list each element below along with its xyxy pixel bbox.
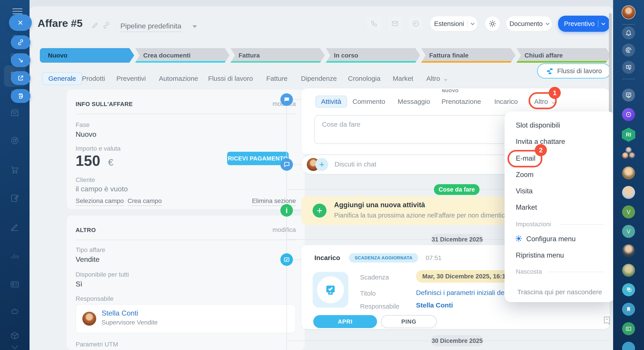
- quote-button[interactable]: Preventivo: [558, 16, 610, 32]
- tab-flussi-di-lavoro[interactable]: Flussi di lavoro: [208, 75, 253, 82]
- tab-generale[interactable]: Generale: [42, 72, 82, 85]
- edit-title-icon[interactable]: [91, 22, 99, 29]
- select-field-link[interactable]: Seleziona campo: [76, 198, 124, 206]
- group-chat-avatar[interactable]: [622, 147, 636, 161]
- tab-automazione[interactable]: Automazione: [159, 75, 198, 82]
- open-new-window-pill-icon[interactable]: [11, 71, 30, 85]
- composer-tab-prenotazione[interactable]: Prenotazione: [442, 98, 481, 106]
- v-badge-green[interactable]: V: [622, 206, 635, 218]
- task-resp-value[interactable]: Stella Conti: [416, 302, 453, 309]
- task-check-icon: [280, 253, 293, 266]
- ri-badge[interactable]: RI: [622, 128, 635, 142]
- banner-subtitle: Pianifica la tua prossima azione nell'af…: [334, 212, 534, 219]
- altro-panel: ALTRO modifica Tipo affare Vendite Dispo…: [67, 216, 305, 350]
- edit-link[interactable]: modifica: [272, 226, 296, 234]
- notifications-bell-icon[interactable]: [622, 26, 635, 40]
- card-icon[interactable]: [622, 322, 635, 335]
- v-badge-teal[interactable]: V: [622, 225, 635, 238]
- scadenza-value: Mar, 30 Dicembre 2025, 16:15: [422, 273, 509, 280]
- chevron-more-icon[interactable]: [10, 345, 20, 350]
- sign-icon[interactable]: [10, 222, 20, 232]
- store-icon[interactable]: [10, 108, 20, 118]
- divider: [622, 24, 635, 24]
- banner-title: Aggiungi una nuova attività: [334, 201, 425, 209]
- todo-placeholder: Cose da fare: [322, 120, 360, 128]
- menu-item-visita[interactable]: Visita: [516, 187, 532, 195]
- copilot-purple-icon[interactable]: [622, 108, 635, 121]
- tab-prodotti[interactable]: Prodotti: [82, 75, 105, 82]
- automation-robot-icon[interactable]: [10, 306, 20, 316]
- menu-item-configura-menu[interactable]: Configura menu: [526, 235, 576, 243]
- analytics-icon[interactable]: [10, 251, 20, 260]
- tab-market[interactable]: Market: [393, 75, 413, 82]
- composer-tab-incarico[interactable]: Incarico: [494, 98, 518, 106]
- responsabile-name[interactable]: Stella Conti: [102, 309, 138, 317]
- composer-tab-commento[interactable]: Commento: [352, 98, 385, 106]
- user-avatar[interactable]: [622, 166, 635, 180]
- phone-icon[interactable]: [367, 16, 381, 31]
- stage-nuovo[interactable]: Nuovo: [40, 48, 134, 63]
- menu-item-zoom[interactable]: Zoom: [516, 171, 534, 179]
- documents-icon[interactable]: [10, 193, 20, 203]
- composer-tab-attivita[interactable]: Attività: [315, 96, 347, 108]
- composer-tab-messaggio[interactable]: Messaggio: [398, 98, 430, 106]
- close-button[interactable]: ×: [9, 14, 32, 31]
- responsabile-card[interactable]: Stella Conti Supervisore Vendite: [76, 304, 296, 333]
- tab-fatture[interactable]: Fatture: [266, 75, 288, 82]
- add-activity-icon[interactable]: +: [312, 204, 326, 218]
- cart-icon[interactable]: [10, 165, 20, 174]
- open-button[interactable]: APRI: [313, 315, 377, 328]
- tasks-icon[interactable]: [622, 88, 635, 102]
- pipeline-selector[interactable]: Pipeline predefinita: [120, 22, 181, 32]
- tab-cronologia[interactable]: Cronologia: [348, 75, 380, 82]
- email-icon[interactable]: [388, 16, 402, 31]
- company-card-icon[interactable]: [10, 279, 20, 289]
- stage-in-corso[interactable]: In corso: [326, 48, 420, 63]
- panel-title: ALTRO: [76, 227, 96, 234]
- menu-item-market[interactable]: Market: [516, 204, 537, 212]
- user-avatar[interactable]: [622, 264, 635, 277]
- divider: [548, 272, 604, 272]
- stage-underline: [516, 61, 611, 63]
- hamburger-menu-icon[interactable]: [12, 8, 22, 14]
- composer-bubble-icon: [280, 93, 293, 106]
- receive-payment-button[interactable]: RICEVI PAGAMENTO: [227, 152, 289, 165]
- user-avatar[interactable]: [622, 186, 635, 199]
- ping-button[interactable]: PING: [381, 315, 437, 328]
- tab-dipendenze[interactable]: Dipendenze: [301, 75, 337, 82]
- crm-deal-page: Affare #5 Pipeline predefinita Estension…: [0, 0, 644, 350]
- menu-item-slot-disponibili[interactable]: Slot disponibili: [516, 121, 560, 129]
- bookmark-icon[interactable]: [622, 303, 635, 316]
- crm-target-icon[interactable]: [10, 136, 20, 146]
- add-participant-icon[interactable]: +: [315, 158, 328, 171]
- print-pill-icon[interactable]: [11, 89, 30, 103]
- todo-section-pill: Cose da fare: [434, 184, 480, 195]
- stage-chiudi-affare[interactable]: Chiudi affare: [516, 48, 611, 63]
- user-avatar[interactable]: [622, 5, 636, 19]
- copilot-icon[interactable]: [622, 44, 635, 56]
- workflows-button[interactable]: Flussi di lavoro: [537, 63, 611, 78]
- menu-hidden-label: Nascosta: [516, 268, 542, 275]
- create-field-link[interactable]: Crea campo: [128, 198, 162, 206]
- chat-channel-icon[interactable]: [622, 283, 635, 296]
- messenger-icon[interactable]: [622, 61, 635, 74]
- feedback-icon[interactable]: [408, 16, 423, 31]
- menu-item-ripristina-menu[interactable]: Ripristina menu: [516, 251, 564, 259]
- extensions-button[interactable]: Estensioni: [430, 16, 478, 31]
- menu-drag-hint: Trascina qui per nascondere: [504, 288, 615, 296]
- tab-preventivi[interactable]: Preventivi: [116, 75, 146, 82]
- market-box-icon[interactable]: [10, 331, 20, 340]
- copy-link-icon[interactable]: [102, 22, 110, 29]
- more-item-icon[interactable]: [622, 342, 635, 350]
- settings-gear-button[interactable]: [485, 16, 500, 31]
- document-button[interactable]: Documento: [506, 16, 552, 31]
- stage-crea-documenti[interactable]: Crea documenti: [135, 48, 230, 63]
- right-sidebar: RI V V: [613, 0, 644, 350]
- user-avatar[interactable]: [622, 244, 635, 257]
- note-icon[interactable]: [603, 316, 611, 325]
- copy-link-pill-icon[interactable]: [11, 35, 30, 49]
- collapse-pill-icon[interactable]: [11, 53, 30, 67]
- tab-altro[interactable]: Altro: [426, 75, 446, 82]
- stage-fattura-finale[interactable]: Fattura finale: [421, 48, 516, 63]
- stage-fattura[interactable]: Fattura: [230, 48, 325, 63]
